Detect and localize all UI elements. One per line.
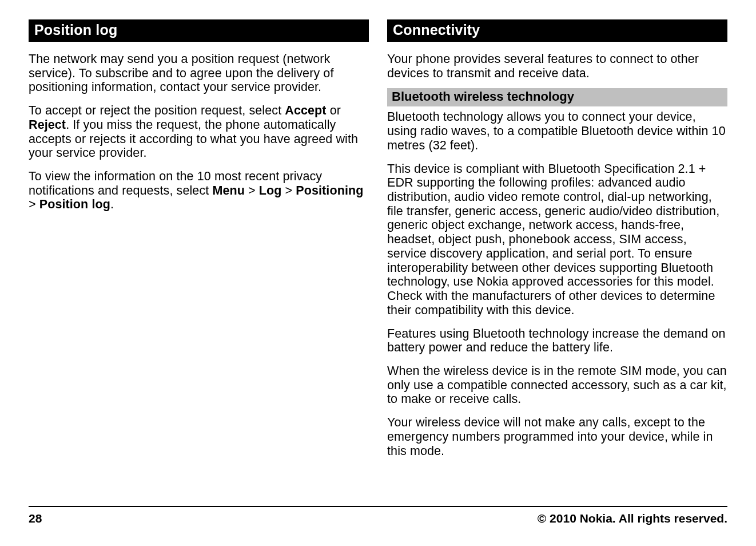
separator: > bbox=[281, 184, 296, 197]
nav-log: Log bbox=[259, 184, 282, 197]
paragraph: Your phone provides several features to … bbox=[387, 52, 727, 80]
page-number: 28 bbox=[29, 512, 42, 525]
page-content: Position log The network may send you a … bbox=[0, 0, 756, 498]
right-column: Connectivity Your phone provides several… bbox=[387, 19, 727, 498]
paragraph: To view the information on the 10 most r… bbox=[29, 169, 369, 212]
copyright-text: © 2010 Nokia. All rights reserved. bbox=[538, 512, 727, 525]
paragraph: When the wireless device is in the remot… bbox=[387, 364, 727, 406]
paragraph: Bluetooth technology allows you to conne… bbox=[387, 110, 727, 152]
paragraph: Your wireless device will not make any c… bbox=[387, 416, 727, 458]
text: or bbox=[327, 104, 341, 117]
paragraph: To accept or reject the position request… bbox=[29, 104, 369, 160]
text: To accept or reject the position request… bbox=[29, 104, 285, 117]
heading-position-log: Position log bbox=[29, 19, 369, 42]
label-reject: Reject bbox=[29, 118, 66, 132]
text: . If you miss the request, the phone aut… bbox=[29, 118, 358, 160]
separator: > bbox=[245, 184, 259, 197]
paragraph: This device is compliant with Bluetooth … bbox=[387, 162, 727, 318]
nav-position-log: Position log bbox=[39, 197, 110, 211]
subheading-bluetooth: Bluetooth wireless technology bbox=[387, 88, 727, 106]
footer-divider bbox=[29, 506, 727, 507]
left-column: Position log The network may send you a … bbox=[29, 19, 369, 498]
page-footer: 28 © 2010 Nokia. All rights reserved. bbox=[29, 512, 727, 525]
paragraph: Features using Bluetooth technology incr… bbox=[387, 327, 727, 355]
nav-positioning: Positioning bbox=[296, 184, 363, 197]
nav-menu: Menu bbox=[212, 184, 245, 197]
text: . bbox=[110, 197, 114, 211]
label-accept: Accept bbox=[285, 104, 326, 117]
paragraph: The network may send you a position requ… bbox=[29, 52, 369, 94]
heading-connectivity: Connectivity bbox=[387, 19, 727, 42]
separator: > bbox=[29, 197, 39, 211]
